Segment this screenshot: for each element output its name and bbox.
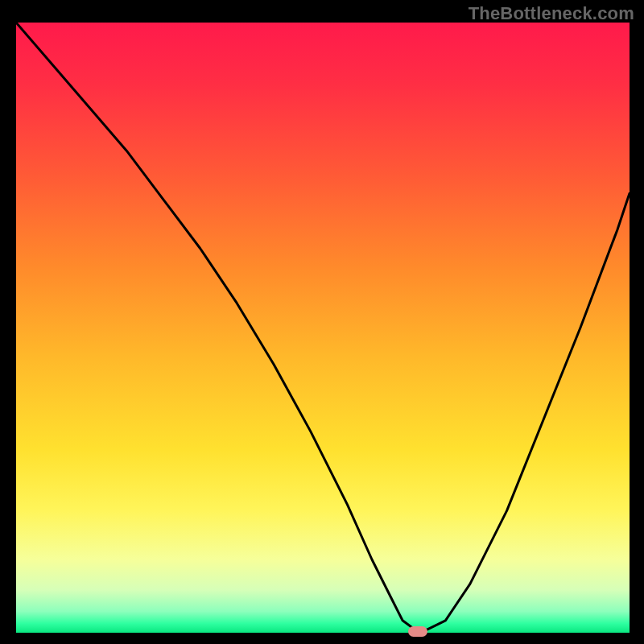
optimal-point-marker bbox=[408, 626, 427, 637]
gradient-rect bbox=[16, 23, 630, 633]
watermark-text: TheBottleneck.com bbox=[469, 3, 634, 24]
plot-area bbox=[16, 23, 630, 633]
chart-frame: TheBottleneck.com bbox=[0, 0, 644, 644]
chart-svg bbox=[16, 23, 630, 633]
